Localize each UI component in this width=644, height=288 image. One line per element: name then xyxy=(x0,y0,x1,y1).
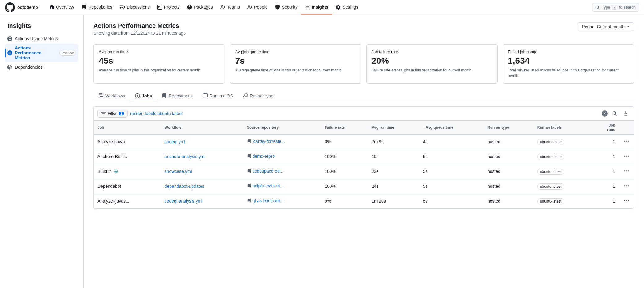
th-job: Job xyxy=(94,121,161,135)
nav-item-overview[interactable]: Overview xyxy=(45,0,78,15)
view-tabs: Workflows Jobs Repositories Runtime OS R… xyxy=(93,91,634,101)
th-actions xyxy=(619,121,634,135)
source-repo-link-4[interactable]: ghas-bootcam... xyxy=(253,198,283,203)
nav-item-packages[interactable]: Packages xyxy=(183,0,216,15)
cell-source-repo-0: lcartey-forreste... xyxy=(243,134,321,149)
nav-item-insights[interactable]: Insights xyxy=(301,0,332,15)
th-runner-labels: Runner labels xyxy=(534,121,593,135)
tab-repositories-label: Repositories xyxy=(169,93,193,98)
workflow-link-1[interactable]: anchore-analysis.yml xyxy=(165,154,205,159)
tab-repositories[interactable]: Repositories xyxy=(157,91,198,101)
stat-label-0: Avg job run time xyxy=(99,49,220,54)
th-avg-run-time: Avg run time xyxy=(368,121,419,135)
chevron-down-icon xyxy=(626,25,630,28)
table-row: Analyze (java) codeql.yml lcartey-forres… xyxy=(94,134,634,149)
tab-jobs-label: Jobs xyxy=(142,93,152,98)
stat-label-1: Avg job queue time xyxy=(235,49,356,54)
workflow-link-3[interactable]: dependabot-updates xyxy=(165,184,204,189)
stat-desc-1: Average queue time of jobs in this organ… xyxy=(235,68,356,73)
preview-badge: Preview xyxy=(59,50,76,56)
cell-avg-run-time-0: 7m 9s xyxy=(368,134,419,149)
table-row: Build in 🐳 showcase.yml codespace-od... … xyxy=(94,164,634,179)
sidebar-item-actions-usage[interactable]: Actions Usage Metrics xyxy=(5,34,78,43)
nav-item-projects[interactable]: Projects xyxy=(153,0,184,15)
tab-workflows-label: Workflows xyxy=(105,93,125,98)
sidebar-item-actions-performance[interactable]: Actions Performance Metrics Preview xyxy=(5,44,78,62)
security-icon xyxy=(275,5,280,10)
source-repo-link-3[interactable]: helpful-octo-m... xyxy=(253,183,283,188)
cell-failure-rate-1: 100% xyxy=(321,149,368,164)
th-source-repo: Source repository xyxy=(243,121,321,135)
workflow-link-4[interactable]: codeql-analysis.yml xyxy=(165,199,202,204)
source-repo-link-0[interactable]: lcartey-forreste... xyxy=(253,139,285,144)
org-name[interactable]: octodemo xyxy=(17,5,38,10)
sidebar: Insights Actions Usage Metrics Actions P… xyxy=(0,15,84,288)
runner-label-badge-4: ubuntu-latest xyxy=(537,198,564,204)
nav-item-security[interactable]: Security xyxy=(271,0,301,15)
download-icon xyxy=(623,111,628,116)
cell-runner-labels-2: ubuntu-latest xyxy=(534,164,593,179)
runner-label-badge-0: ubuntu-latest xyxy=(537,139,564,145)
cell-failure-rate-2: 100% xyxy=(321,164,368,179)
repo-cell-icon-3 xyxy=(247,184,251,188)
nav-item-people[interactable]: People xyxy=(244,0,271,15)
cell-job-runs-1: 1 xyxy=(592,149,619,164)
tab-runtime-os-label: Runtime OS xyxy=(210,93,233,98)
cell-more-3 xyxy=(619,179,634,194)
cell-runner-type-2: hosted xyxy=(484,164,534,179)
workflow-link-0[interactable]: codeql.yml xyxy=(165,139,185,144)
nav-logo[interactable]: octodemo xyxy=(5,2,43,12)
people-icon xyxy=(247,5,252,10)
cell-workflow-4: codeql-analysis.yml xyxy=(161,194,243,208)
repo-cell-icon-0 xyxy=(247,139,251,144)
more-actions-button-1[interactable] xyxy=(623,153,630,161)
runner-label-badge-3: ubuntu-latest xyxy=(537,183,564,190)
jobs-icon xyxy=(135,93,140,98)
search-box[interactable]: Type / to search xyxy=(592,3,639,12)
filter-download-button[interactable] xyxy=(621,109,630,118)
filter-search-button[interactable] xyxy=(610,109,619,118)
cell-more-1 xyxy=(619,149,634,164)
sidebar-item-dependencies[interactable]: Dependencies xyxy=(5,63,78,71)
cell-avg-queue-time-2: 5s xyxy=(419,164,484,179)
cell-source-repo-1: demo-repro xyxy=(243,149,321,164)
th-workflow: Workflow xyxy=(161,121,243,135)
tab-runner-type[interactable]: Runner type xyxy=(238,91,278,101)
more-icon-1 xyxy=(624,154,629,159)
nav-item-repositories-label: Repositories xyxy=(88,5,112,10)
cell-job-1: Anchore-Build... xyxy=(94,149,161,164)
workflow-link-2[interactable]: showcase.yml xyxy=(165,169,192,174)
nav-item-discussions[interactable]: Discussions xyxy=(116,0,153,15)
more-actions-button-2[interactable] xyxy=(623,167,630,176)
repo-cell-icon-1 xyxy=(247,154,251,158)
th-avg-queue-time[interactable]: ↕ Avg queue time xyxy=(419,121,484,135)
period-button[interactable]: Period: Current month xyxy=(578,22,634,31)
cell-avg-run-time-2: 23s xyxy=(368,164,419,179)
cell-runner-labels-4: ubuntu-latest xyxy=(534,194,593,208)
nav-item-overview-label: Overview xyxy=(56,5,74,10)
more-actions-button-3[interactable] xyxy=(623,182,630,191)
filter-button[interactable]: Filter 1 xyxy=(97,110,128,118)
workflow-icon xyxy=(98,93,103,98)
nav-item-teams[interactable]: Teams xyxy=(217,0,244,15)
tab-runtime-os[interactable]: Runtime OS xyxy=(198,91,238,101)
source-repo-link-1[interactable]: demo-repro xyxy=(253,154,275,159)
nav-item-settings[interactable]: Settings xyxy=(332,0,362,15)
more-actions-button-0[interactable] xyxy=(623,138,630,146)
stat-value-3: 1,634 xyxy=(508,57,629,65)
page-header: Actions Performance Metrics Showing data… xyxy=(93,22,634,43)
runner-label-badge-2: ubuntu-latest xyxy=(537,169,564,175)
stat-card-2: Job failure rate 20% Failure rate across… xyxy=(366,44,498,84)
source-repo-link-2[interactable]: codespace-od... xyxy=(253,169,283,174)
cell-avg-queue-time-1: 5s xyxy=(419,149,484,164)
nav-item-repositories[interactable]: Repositories xyxy=(78,0,116,15)
nav-item-projects-label: Projects xyxy=(164,5,180,10)
cell-source-repo-3: helpful-octo-m... xyxy=(243,179,321,194)
filter-row: Filter 1 runner_labels:ubuntu-latest ✕ xyxy=(94,107,634,121)
more-actions-button-4[interactable] xyxy=(623,197,630,205)
tab-jobs[interactable]: Jobs xyxy=(130,91,157,101)
tab-workflows[interactable]: Workflows xyxy=(93,91,130,101)
stat-value-2: 20% xyxy=(372,57,493,65)
cell-more-4 xyxy=(619,194,634,208)
filter-clear-button[interactable]: ✕ xyxy=(602,110,608,117)
